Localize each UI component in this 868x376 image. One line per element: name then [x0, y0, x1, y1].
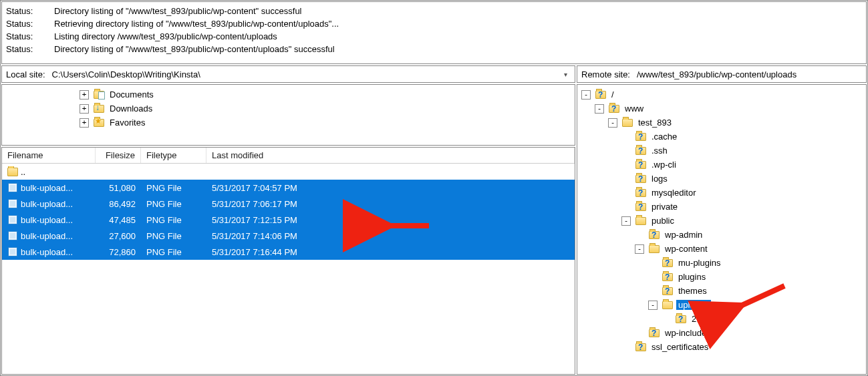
- unknown-folder-icon: [648, 328, 660, 339]
- tree-node[interactable]: +Downloads: [5, 102, 575, 116]
- tree-node[interactable]: -wp-content: [580, 242, 866, 256]
- tree-node[interactable]: plugins: [580, 270, 866, 284]
- tree-node[interactable]: -test_893: [580, 116, 866, 130]
- file-modified: 5/31/2017 7:06:17 PM: [206, 199, 575, 209]
- tree-node-label: 2017: [690, 314, 713, 324]
- file-row[interactable]: bulk-upload...47,485PNG File5/31/2017 7:…: [2, 212, 575, 228]
- status-line: Status:Directory listing of "/www/test_8…: [6, 43, 862, 55]
- tree-node[interactable]: private: [580, 200, 866, 214]
- file-type: PNG File: [141, 215, 206, 225]
- unknown-folder-icon: [675, 314, 687, 325]
- remote-site-bar: Remote site:: [577, 65, 867, 83]
- unknown-folder-icon: [595, 89, 607, 100]
- unknown-folder-icon: [608, 104, 620, 114]
- col-filetype[interactable]: Filetype: [141, 148, 206, 163]
- tree-expander-icon[interactable]: -: [595, 104, 604, 114]
- tree-node[interactable]: +Documents: [5, 87, 575, 102]
- file-row[interactable]: bulk-upload...72,860PNG File5/31/2017 7:…: [2, 244, 575, 260]
- tree-node[interactable]: logs: [580, 172, 866, 186]
- tree-expander-icon[interactable]: +: [80, 118, 89, 128]
- file-size: 51,080: [96, 183, 141, 193]
- local-tree[interactable]: +Documents+Downloads+Favorites: [1, 84, 575, 146]
- tree-node-label: mysqleditor: [649, 188, 698, 198]
- tree-expander-icon[interactable]: +: [80, 104, 89, 114]
- downloads-folder-icon: [93, 104, 105, 114]
- col-lastmod[interactable]: Last modified: [206, 148, 575, 163]
- tree-node-label: wp-admin: [663, 230, 704, 240]
- tree-node-label: .cache: [649, 132, 679, 142]
- tree-expander-icon[interactable]: +: [80, 90, 89, 100]
- unknown-folder-icon: [635, 132, 647, 142]
- tree-node[interactable]: -www: [580, 102, 866, 116]
- tree-node[interactable]: mu-plugins: [580, 256, 866, 270]
- tree-node-label: test_893: [636, 118, 674, 128]
- tree-expander-icon[interactable]: -: [635, 244, 644, 254]
- tree-node[interactable]: +Favorites: [5, 116, 575, 130]
- folder-icon: [662, 300, 674, 311]
- remote-tree[interactable]: -/-www-test_893.cache.ssh.wp-clilogsmysq…: [577, 84, 867, 375]
- tree-node[interactable]: themes: [580, 284, 866, 298]
- status-line: Status:Retrieving directory listing of "…: [6, 17, 862, 30]
- col-filesize[interactable]: Filesize: [96, 148, 141, 163]
- remote-path-input[interactable]: [634, 68, 862, 81]
- tree-node[interactable]: -uploads: [580, 298, 866, 312]
- tree-node-label: wp-content: [663, 244, 710, 254]
- image-file-icon: [7, 214, 18, 225]
- tree-node-label: plugins: [676, 272, 708, 282]
- local-file-list: Filename Filesize Filetype Last modified…: [1, 147, 575, 375]
- file-type: PNG File: [141, 199, 206, 209]
- tree-node-label: ssl_certificates: [649, 342, 710, 352]
- tree-expander-icon[interactable]: -: [581, 90, 591, 100]
- file-size: 47,485: [96, 215, 141, 225]
- unknown-folder-icon: [635, 342, 647, 353]
- tree-node[interactable]: -public: [580, 214, 866, 228]
- status-message: Directory listing of "/www/test_893/publ…: [54, 43, 335, 55]
- parent-folder-icon: [7, 166, 18, 177]
- file-type: PNG File: [141, 247, 206, 257]
- unknown-folder-icon: [648, 230, 660, 240]
- tree-node[interactable]: .cache: [580, 130, 866, 144]
- dropdown-icon[interactable]: ▾: [560, 71, 571, 78]
- local-path-input[interactable]: [49, 68, 556, 81]
- tree-node[interactable]: .ssh: [580, 144, 866, 158]
- file-modified: 5/31/2017 7:04:57 PM: [206, 183, 575, 193]
- status-message: Retrieving directory listing of "/www/te…: [54, 17, 339, 30]
- tree-node[interactable]: -/: [580, 87, 866, 102]
- file-row[interactable]: bulk-upload...51,080PNG File5/31/2017 7:…: [2, 180, 575, 196]
- file-size: 72,860: [96, 247, 141, 257]
- col-filename[interactable]: Filename: [2, 148, 96, 163]
- unknown-folder-icon: [662, 272, 674, 283]
- file-modified: 5/31/2017 7:16:44 PM: [206, 247, 575, 257]
- tree-expander-icon[interactable]: -: [648, 301, 658, 310]
- unknown-folder-icon: [635, 146, 647, 156]
- tree-node-label: www: [623, 104, 645, 114]
- file-row[interactable]: bulk-upload...27,600PNG File5/31/2017 7:…: [2, 228, 575, 244]
- parent-dir-row[interactable]: ..: [2, 164, 575, 180]
- local-site-bar: Local site: ▾: [1, 65, 575, 83]
- tree-node[interactable]: ssl_certificates: [580, 340, 866, 354]
- tree-node[interactable]: wp-admin: [580, 228, 866, 242]
- folder-icon: [621, 118, 633, 128]
- file-size: 27,600: [96, 231, 141, 241]
- tree-node[interactable]: 2017: [580, 312, 866, 326]
- parent-dir-label: ..: [21, 167, 25, 177]
- status-key: Status:: [6, 5, 38, 17]
- status-line: Status:Listing directory /www/test_893/p…: [6, 30, 862, 43]
- tree-node-label: Documents: [108, 89, 156, 100]
- status-key: Status:: [6, 30, 38, 43]
- tree-node[interactable]: wp-includes: [580, 326, 866, 340]
- tree-expander-icon[interactable]: -: [621, 216, 631, 226]
- tree-node-label: logs: [649, 174, 670, 184]
- tree-node[interactable]: .wp-cli: [580, 158, 866, 172]
- tree-expander-icon[interactable]: -: [608, 118, 617, 128]
- file-row[interactable]: bulk-upload...86,492PNG File5/31/2017 7:…: [2, 196, 575, 212]
- file-modified: 5/31/2017 7:12:15 PM: [206, 215, 575, 225]
- tree-node-label: uploads: [676, 300, 711, 310]
- tree-node-label: public: [649, 216, 676, 226]
- tree-node[interactable]: mysqleditor: [580, 186, 866, 200]
- folder-icon: [648, 244, 660, 254]
- status-message: Listing directory /www/test_893/public/w…: [54, 30, 277, 43]
- image-file-icon: [7, 198, 18, 209]
- file-type: PNG File: [141, 231, 206, 241]
- favorites-folder-icon: [93, 118, 105, 128]
